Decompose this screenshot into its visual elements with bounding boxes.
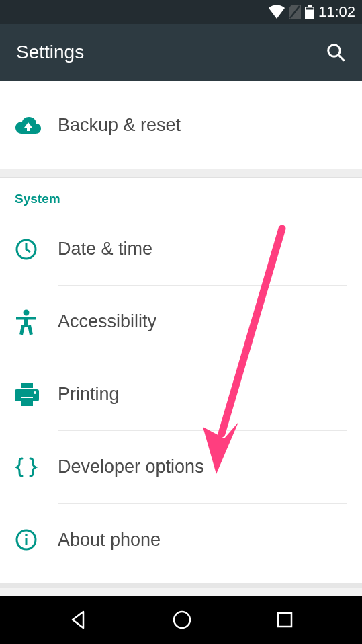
info-icon [15, 528, 58, 551]
section-divider [0, 169, 362, 178]
search-icon[interactable] [326, 42, 346, 63]
settings-item-label: Accessibility [58, 311, 156, 332]
svg-rect-21 [278, 613, 291, 627]
no-sim-icon [289, 5, 301, 19]
settings-item-label: Date & time [58, 239, 152, 259]
svg-point-14 [34, 391, 36, 394]
status-time: 11:02 [318, 3, 355, 21]
section-header-system: System [0, 178, 362, 213]
svg-point-17 [25, 534, 28, 536]
braces-icon [15, 457, 58, 477]
svg-point-20 [174, 612, 190, 628]
screen: 11:02 Settings Backup & reset System Dat… [0, 0, 362, 644]
svg-point-4 [328, 45, 341, 57]
navigation-bar [0, 596, 362, 644]
svg-rect-10 [19, 325, 25, 335]
cloud-upload-icon [15, 116, 58, 134]
settings-item-label: Backup & reset [58, 115, 181, 136]
printer-icon [15, 383, 58, 406]
settings-item-developer-options[interactable]: Developer options [0, 431, 362, 504]
status-bar: 11:02 [0, 0, 362, 24]
settings-item-label: Printing [58, 384, 120, 405]
svg-rect-3 [306, 8, 313, 10]
accessibility-icon [15, 309, 58, 335]
svg-rect-11 [28, 325, 33, 335]
svg-line-5 [338, 55, 344, 61]
app-bar: Settings [0, 24, 362, 81]
home-button[interactable] [172, 610, 192, 630]
settings-item-label: About phone [58, 530, 161, 551]
settings-item-date-time[interactable]: Date & time [0, 213, 362, 286]
settings-item-label: Developer options [58, 456, 204, 477]
settings-item-about-phone[interactable]: About phone [0, 504, 362, 576]
wifi-icon [269, 5, 285, 19]
clock-icon [15, 238, 58, 261]
settings-item-accessibility[interactable]: Accessibility [0, 286, 362, 358]
svg-rect-9 [24, 317, 28, 327]
settings-item-printing[interactable]: Printing [0, 358, 362, 431]
settings-list[interactable]: Backup & reset System Date & time Access… [0, 81, 362, 588]
svg-point-7 [24, 310, 30, 316]
battery-icon [305, 5, 314, 19]
page-title: Settings [16, 42, 84, 63]
settings-item-backup-reset[interactable]: Backup & reset [0, 81, 362, 169]
svg-rect-13 [21, 398, 33, 406]
recents-button[interactable] [276, 611, 293, 629]
svg-rect-12 [21, 383, 33, 388]
svg-rect-1 [308, 5, 312, 7]
back-button[interactable] [69, 610, 89, 630]
